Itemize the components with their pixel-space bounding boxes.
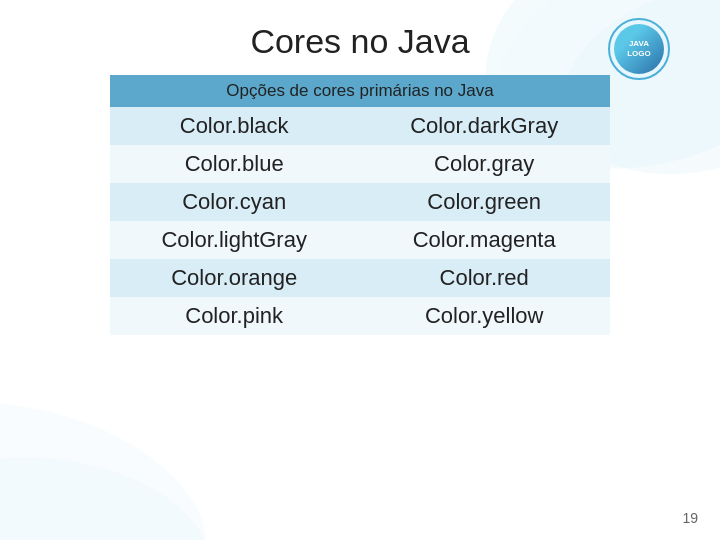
table-row: Color.lightGrayColor.magenta — [110, 221, 610, 259]
table-row: Color.blueColor.gray — [110, 145, 610, 183]
table-cell-col1: Color.blue — [110, 145, 358, 183]
logo-text: JAVALOGO — [627, 39, 651, 58]
table-cell-col2: Color.yellow — [358, 297, 610, 335]
table-cell-col1: Color.black — [110, 107, 358, 145]
logo-circle: JAVALOGO — [608, 18, 670, 80]
table-cell-col1: Color.orange — [110, 259, 358, 297]
page-title: Cores no Java — [50, 18, 670, 61]
page-container: Cores no Java JAVALOGO Opções de cores p… — [0, 0, 720, 540]
table-cell-col2: Color.red — [358, 259, 610, 297]
table-cell-col1: Color.cyan — [110, 183, 358, 221]
table-cell-col1: Color.lightGray — [110, 221, 358, 259]
table-row: Color.blackColor.darkGray — [110, 107, 610, 145]
table-cell-col2: Color.darkGray — [358, 107, 610, 145]
table-cell-col2: Color.green — [358, 183, 610, 221]
color-table: Opções de cores primárias no Java Color.… — [110, 75, 610, 335]
table-header: Opções de cores primárias no Java — [110, 75, 610, 107]
logo-inner: JAVALOGO — [614, 24, 664, 74]
table-row: Color.pinkColor.yellow — [110, 297, 610, 335]
color-table-wrapper: Opções de cores primárias no Java Color.… — [110, 75, 610, 335]
logo-badge: JAVALOGO — [608, 18, 670, 80]
table-cell-col1: Color.pink — [110, 297, 358, 335]
table-row: Color.orangeColor.red — [110, 259, 610, 297]
table-row: Color.cyanColor.green — [110, 183, 610, 221]
table-cell-col2: Color.gray — [358, 145, 610, 183]
table-cell-col2: Color.magenta — [358, 221, 610, 259]
header-row: Cores no Java JAVALOGO — [50, 18, 670, 61]
